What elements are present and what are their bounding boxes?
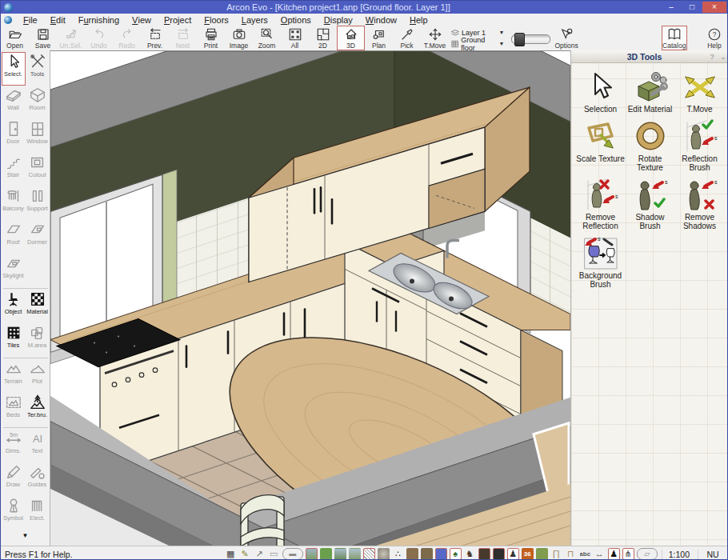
horse-icon[interactable]: ♞ (464, 548, 476, 560)
leaf-icon[interactable] (536, 548, 548, 560)
panel-item-remove-shadows[interactable]: sRemove Shadows (675, 178, 725, 231)
catalog-button[interactable]: Catalog (662, 26, 687, 50)
panel-item-shadow-brush[interactable]: sShadow Brush (626, 178, 675, 231)
p-edit-icon (633, 70, 668, 105)
menu-project[interactable]: Project (158, 14, 198, 26)
panel-item-reflection-brush[interactable]: sReflection Brush (675, 119, 725, 173)
sidebar-item-tools[interactable]: Tools (26, 52, 50, 86)
panel-item-rotate-texture[interactable]: Rotate Texture (626, 119, 675, 173)
options-button[interactable]: Options (554, 26, 579, 50)
photo3-icon[interactable] (349, 548, 361, 560)
sidebar-item-tiles[interactable]: Tiles (2, 323, 26, 357)
plan-button[interactable]: Plan (365, 26, 393, 50)
3d-button[interactable]: 3D (337, 26, 365, 50)
restore-button[interactable]: □ (682, 2, 702, 13)
cow-icon[interactable] (478, 548, 490, 560)
sidebar-more-button[interactable]: ▼ (1, 532, 50, 539)
open-button[interactable]: Open (1, 26, 29, 50)
menu-window[interactable]: Window (359, 14, 403, 26)
kneel-figure-icon[interactable]: ♟ (507, 548, 519, 560)
t-move-button[interactable]: T.Move (421, 26, 449, 50)
pick-button[interactable]: Pick (393, 26, 421, 50)
photo2-icon[interactable] (334, 548, 346, 560)
box36-icon[interactable]: 36 (522, 548, 534, 560)
abc-icon[interactable]: abc (579, 548, 591, 560)
slider-handle[interactable] (514, 33, 525, 46)
sidebar-item-ter-bru-[interactable]: Ter.bru. (26, 393, 50, 426)
symbol-figure-icon[interactable]: ♟ (608, 548, 620, 560)
menu-display[interactable]: Display (318, 14, 359, 26)
panel-help-icon[interactable]: ? (706, 53, 718, 61)
car-button[interactable]: ▬ (282, 548, 303, 560)
svg-text:s: s (714, 135, 718, 141)
pencil-icon[interactable]: ✎ (239, 548, 251, 560)
line-arrow-icon[interactable]: ↗ (254, 548, 266, 560)
menu-file[interactable]: File (17, 14, 44, 26)
menu-options[interactable]: Options (274, 14, 318, 26)
menu-layers[interactable]: Layers (235, 14, 274, 26)
bench-icon[interactable]: ⊓ (565, 548, 577, 560)
office-chair-icon[interactable] (435, 548, 447, 560)
chevron-down-icon[interactable]: ▼ (499, 30, 506, 35)
terrain-photo-icon[interactable] (306, 548, 318, 560)
all-button[interactable]: All (281, 26, 309, 50)
minimize-button[interactable]: – (661, 2, 682, 13)
camera-tripod-icon[interactable]: ⋔ (622, 548, 634, 560)
rock-icon[interactable] (378, 548, 390, 560)
panel-collapse-icon[interactable]: ⌄ (718, 53, 728, 61)
menu-bar: FileEditFurnishingViewProjectFloorsLayer… (1, 14, 727, 26)
prev--button[interactable]: Prev. (141, 26, 169, 50)
zoom-button[interactable]: Zoom (253, 26, 281, 50)
plot-icon[interactable] (320, 548, 332, 560)
dimension-icon[interactable]: ↔ (594, 548, 606, 560)
sidebar-item-plot: Plot (26, 359, 50, 393)
next-icon (176, 27, 190, 42)
help-button[interactable]: ? Help (702, 26, 727, 50)
plan-button[interactable]: ▱ (637, 548, 658, 560)
options-icon (559, 27, 574, 42)
3d-viewport[interactable] (50, 50, 570, 546)
stair-icon (5, 154, 22, 171)
chevron-down-icon[interactable]: ▼ (499, 41, 506, 46)
footprints-icon[interactable]: ∴ (392, 548, 404, 560)
p-bg-icon: s (583, 236, 618, 271)
zoom-slider[interactable] (511, 34, 551, 44)
sidebar-item-object[interactable]: Object (2, 290, 26, 323)
grid-icon[interactable]: ▦ (225, 548, 237, 560)
menu-floors[interactable]: Floors (198, 14, 235, 26)
bird-icon[interactable] (421, 548, 433, 560)
sidebar-item-window: Window (26, 119, 50, 153)
panel-item-remove-reflection[interactable]: sRemove Reflection (576, 178, 626, 231)
sidebar-item-select-[interactable]: Select. (2, 52, 26, 86)
balcony-icon (5, 187, 22, 205)
panel-item-selection[interactable]: Selection (576, 70, 626, 114)
sidebar-item-support: Support (26, 186, 50, 220)
frame-icon[interactable]: ∏ (550, 548, 562, 560)
image-button[interactable]: Image (225, 26, 253, 50)
panel-item-background-brush[interactable]: sBackground Brush (576, 236, 626, 290)
grip-icon[interactable]: ▭ (268, 548, 280, 560)
boot-icon[interactable] (493, 548, 505, 560)
floor-select[interactable]: Ground floor ▼ (450, 38, 506, 50)
panel-item-t-move[interactable]: T.Move (675, 70, 725, 114)
elect-icon (29, 497, 46, 514)
tree-icon[interactable]: ♠ (450, 548, 462, 560)
2d-button[interactable]: 2D (309, 26, 337, 50)
panel-item-scale-texture[interactable]: Scale Texture (576, 119, 626, 173)
menu-help[interactable]: Help (403, 14, 434, 26)
panel-item-edit-material[interactable]: Edit Material (626, 70, 675, 114)
close-button[interactable]: × (702, 2, 726, 13)
save-button[interactable]: Save (29, 26, 57, 50)
print-button[interactable]: Print (197, 26, 225, 50)
road-icon[interactable] (363, 548, 375, 560)
deer-icon[interactable] (406, 548, 418, 560)
p-move-icon (682, 70, 718, 105)
menu-furnishing[interactable]: Furnishing (72, 14, 126, 26)
menu-edit[interactable]: Edit (44, 14, 72, 26)
door-icon (5, 120, 22, 138)
save-icon (36, 27, 50, 42)
sidebar-item-material[interactable]: Material (26, 290, 50, 323)
scale-indicator[interactable]: 1:100 (662, 550, 698, 559)
zoomtool-icon (260, 27, 274, 42)
menu-view[interactable]: View (126, 14, 158, 26)
